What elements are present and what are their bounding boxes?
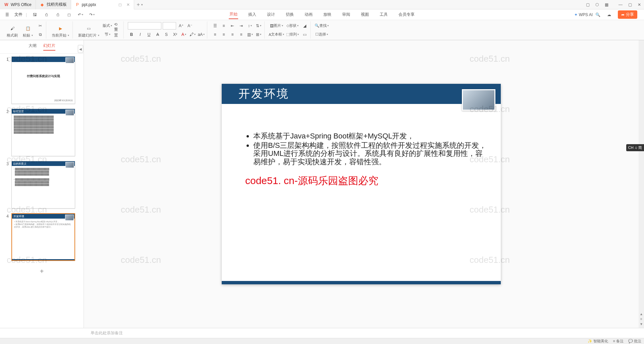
print-quick-icon[interactable]: ⎙ [42,11,50,19]
align-center-button[interactable]: ≡ [220,31,227,38]
ime-indicator[interactable]: CH ♫ 简 [626,144,644,151]
thumb-4[interactable]: 开发环境 • 本系统基于Java+Spring Boot框架+MySQL开发，•… [11,213,75,261]
numbering-button[interactable]: ≡ [220,22,227,30]
cube2-icon[interactable]: ▦ [602,0,611,9]
case-button[interactable]: aA [198,31,205,38]
font-select[interactable] [128,22,161,30]
app-tab-ppt[interactable]: P ppt.pptx ◻ ✕ [71,0,134,9]
cut-icon[interactable]: ✂ [37,22,44,30]
fill-icon[interactable]: ◢ [301,22,308,30]
textbox-button[interactable]: A 文本框 [269,31,284,38]
add-tab-button[interactable]: + ▾ [134,2,146,8]
tab-view[interactable]: 视图 [360,10,370,19]
maximize-button[interactable]: ▢ [625,0,635,9]
italic-button[interactable]: I [137,31,144,38]
tab-tools[interactable]: 工具 [379,10,388,19]
from-current-button[interactable]: ▶ 当前开始 [50,24,70,39]
bullet-2[interactable]: 使用B/S三层架构构建，按照软件工程的软件开发过程实施系统的开发，采用UML进行… [253,141,487,166]
close-button[interactable]: ✕ [635,0,644,9]
indent-dec-button[interactable]: ⇤ [229,22,236,30]
decrease-font-icon[interactable]: A⁻ [186,22,194,30]
undo-button[interactable]: ↶ [76,11,85,19]
size-select[interactable] [163,22,176,30]
thumb-item[interactable]: 4 开发环境 • 本系统基于Java+Spring Boot框架+MySQL开发… [4,213,79,261]
tab-animation[interactable]: 动画 [304,10,313,19]
tab-slideshow[interactable]: 放映 [323,10,332,19]
app-tab-template[interactable]: ◆ 找稻壳模板 [36,0,71,9]
smart-beautify[interactable]: ✨ 智能美化 [588,339,608,344]
thumb-3[interactable]: 目的和意义 • ████████████████████████ ███████… [11,161,75,209]
section-button[interactable]: 节 [103,31,112,38]
tab-design[interactable]: 设计 [266,10,276,19]
thumb-2[interactable]: 研究背景 ███████████████████████████████████… [11,109,75,156]
align-button[interactable]: ⊞ [255,31,262,38]
strike-button[interactable]: A̶ [154,31,161,38]
share-button[interactable]: ➦ 分享 [618,10,637,19]
cloud-icon[interactable]: ☁ [605,11,613,19]
hamburger-menu[interactable]: ☰ [3,12,11,17]
add-slide-button[interactable]: + [4,266,79,277]
slide-canvas[interactable]: 开发环境 本系统基于Java+Spring Boot框架+MySQL开发， 使用… [222,84,501,284]
bullet-1[interactable]: 本系统基于Java+Spring Boot框架+MySQL开发， [253,132,487,140]
slides-tab[interactable]: 幻灯片 [43,43,55,51]
image-button[interactable]: 🖼 图片 [269,22,284,30]
tab-insert[interactable]: 插入 [248,10,257,19]
app-tab-wps[interactable]: W WPS Office [0,0,36,9]
indent-inc-button[interactable]: ⇥ [237,22,245,30]
select-button[interactable]: ☐ 选择 [315,31,329,38]
tab-close-icon[interactable]: ✕ [126,2,130,7]
thumb-item[interactable]: 3 目的和意义 • ████████████████████████ █████… [4,161,79,209]
redo-button[interactable]: ↷ [88,11,96,19]
copy-icon[interactable]: ⧉ [37,31,44,38]
minimize-button[interactable]: — [616,0,625,9]
bullets-button[interactable]: ☰ [211,22,219,30]
thumb-item[interactable]: 2 研究背景 █████████████████████████████████… [4,109,79,156]
tab-transition[interactable]: 切换 [285,10,294,19]
notes-toggle[interactable]: ≡ 备注 [613,339,623,344]
save-icon[interactable]: 🖫 [31,11,39,19]
increase-font-icon[interactable]: A⁺ [177,22,185,30]
reset-icon[interactable]: ⟲ 重置 [114,26,121,34]
tab-review[interactable]: 审阅 [341,10,351,19]
wps-ai-button[interactable]: ✦ WPS AI 🔍 [574,12,600,17]
notes-pane[interactable]: 单击此处添加备注 [0,328,644,338]
preview-icon[interactable]: ◻ [65,11,73,19]
strikethrough-button[interactable]: S [163,31,170,38]
thumb-item[interactable]: 1 付费问答系统设计与实现 2023年XX月XX日 [4,56,79,104]
collapse-panel-button[interactable]: ◀ [78,45,83,53]
tab-home[interactable]: 开始 [229,10,238,19]
tab-member[interactable]: 会员专享 [398,10,415,19]
highlight-button[interactable]: 🖍 [189,31,196,38]
outline-tab[interactable]: 大纲 [29,43,37,51]
format-painter-button[interactable]: 🖌 格式刷 [5,24,19,39]
text-dir-button[interactable]: ⇅ [255,22,262,30]
find-button[interactable]: 🔍 查找 [315,22,329,30]
layout-button[interactable]: 版式 [103,22,112,30]
new-slide-button[interactable]: ▭ 新建幻灯片 [77,24,101,39]
thumb-1[interactable]: 付费问答系统设计与实现 2023年XX月XX日 [11,56,75,104]
font-color-button[interactable]: A [180,31,187,38]
cube-icon[interactable]: ▢ [583,0,592,9]
vertical-scroll[interactable]: ▲ ≡ ▼ [639,40,644,328]
bold-button[interactable]: B [128,31,135,38]
shape-button[interactable]: ◇ 形状 [286,22,299,30]
paste-button[interactable]: 📋 粘贴 [21,24,35,39]
align-right-button[interactable]: ≡ [229,31,236,38]
underline-button[interactable]: U [145,31,153,38]
scroll-page-icon[interactable]: ≡ [640,317,642,321]
superscript-button[interactable]: X² [171,31,179,38]
slide-content[interactable]: 本系统基于Java+Spring Boot框架+MySQL开发， 使用B/S三层… [222,104,501,188]
align-left-button[interactable]: ≡ [211,31,219,38]
file-menu[interactable]: 文件 [12,12,24,17]
box-icon[interactable]: ⬡ [592,0,602,9]
align-justify-button[interactable]: ≡ [237,31,245,38]
scroll-up-icon[interactable]: ▲ [640,312,643,316]
print-icon[interactable]: ⎙ [54,11,62,19]
slide-editor[interactable]: 开发环境 本系统基于Java+Spring Boot框架+MySQL开发， 使用… [84,40,639,328]
comments-toggle[interactable]: 💬 批注 [628,339,641,344]
tab-restore-icon[interactable]: ◻ [118,2,122,7]
line-spacing-button[interactable]: ↕ [246,22,254,30]
slide-title[interactable]: 开发环境 [238,86,289,102]
columns-button[interactable]: ▥ [246,31,254,38]
outline-icon[interactable]: ▭ [301,31,308,38]
